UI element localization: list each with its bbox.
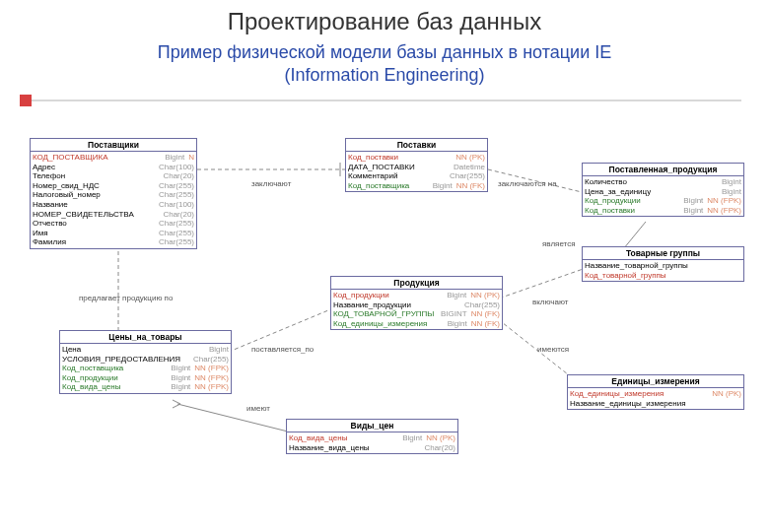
diagram-canvas: Поставщики КОД_ПОСТАВЩИКАBigintN АдресCh… (0, 108, 769, 532)
svg-line-7 (177, 404, 296, 433)
page-title: Проектирование баз данных (0, 8, 769, 35)
entity-suppliers: Поставщики КОД_ПОСТАВЩИКАBigintN АдресCh… (30, 138, 197, 249)
entity-title: Единицы_измерения (568, 375, 743, 388)
entity-title: Поставки (346, 139, 487, 152)
entity-title: Продукция (331, 277, 502, 290)
rel-label: является (542, 239, 576, 248)
rel-label: заключают (251, 179, 291, 188)
accent-square (20, 95, 32, 106)
svg-line-3 (493, 266, 592, 300)
rel-label: имеются (537, 345, 569, 354)
rel-label: имеют (246, 404, 270, 413)
entity-prices: Цены_на_товары ЦенаBigint УСЛОВИЯ_ПРЕДОС… (59, 330, 232, 394)
rel-label: включают (532, 298, 568, 306)
entity-title: Виды_цен (287, 420, 457, 432)
entity-title: Цены_на_товары (60, 331, 231, 344)
rel-label: поставляется_по (251, 345, 314, 354)
page-subtitle: Пример физической модели базы данных в н… (0, 41, 769, 88)
entity-title: Поставленная_продукция (583, 164, 743, 176)
entity-products: Продукция Код_продукцииBigintNN (PK) Наз… (330, 276, 503, 330)
rel-label: предлагает продукцию по (79, 294, 173, 302)
entity-supplied-products: Поставленная_продукция КоличествоBigint … (582, 163, 744, 217)
entity-body: КОД_ПОСТАВЩИКАBigintN АдресChar(100) Тел… (31, 152, 196, 248)
entity-product-groups: Товарные группы Название_товарной_группы… (582, 246, 744, 282)
rel-label: заключаются на (498, 179, 557, 188)
entity-title: Поставщики (31, 139, 196, 152)
accent-line (32, 100, 741, 101)
entity-title: Товарные группы (583, 247, 743, 260)
entity-units: Единицы_измерения Код_единицы_измеренияN… (567, 374, 744, 410)
entity-supplies: Поставки Код_поставкиNN (PK) ДАТА_ПОСТАВ… (345, 138, 488, 192)
entity-price-types: Виды_цен Код_вида_ценыBigintNN (PK) Назв… (286, 419, 458, 454)
